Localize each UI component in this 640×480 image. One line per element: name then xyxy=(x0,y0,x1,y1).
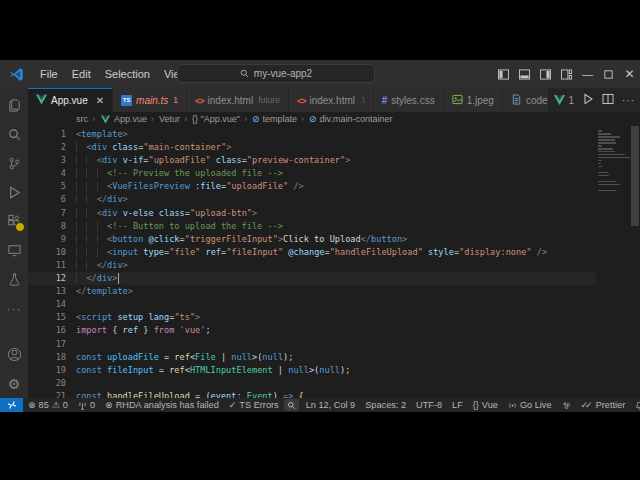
code-line[interactable]: 19const fileInput = ref<HTMLInputElement… xyxy=(28,364,596,377)
code-line[interactable]: 16import { ref } from 'vue'; xyxy=(28,324,596,337)
search-icon xyxy=(7,127,22,142)
symbol-icon: ⊘ xyxy=(309,114,317,124)
tab-index-html[interactable]: <>index.html.\ xyxy=(289,88,374,112)
minimize-button[interactable]: — xyxy=(577,60,598,88)
run-debug-button[interactable] xyxy=(0,178,28,207)
remote-explorer-icon xyxy=(7,243,22,258)
tab-main-ts[interactable]: TSmain.ts1 xyxy=(113,88,187,112)
toggle-primary-sidebar-icon[interactable] xyxy=(493,60,514,88)
status-problems[interactable]: ⊗85⚠0 xyxy=(23,400,73,410)
settings-button[interactable]: ⚙ xyxy=(0,369,28,398)
status-prettier[interactable]: ✓✓Prettier xyxy=(576,400,631,410)
txt-file-icon xyxy=(511,94,522,107)
code-line[interactable]: 13</template> xyxy=(28,285,596,298)
source-control-button[interactable] xyxy=(0,149,28,178)
line-number: 13 xyxy=(28,285,76,298)
code-line[interactable]: 10 <input type="file" ref="fileInput" @c… xyxy=(28,246,596,259)
breadcrumb-item[interactable]: ›Vetur xyxy=(149,114,180,124)
line-number: 14 xyxy=(28,298,76,311)
line-number: 5 xyxy=(28,180,76,193)
breadcrumb-item[interactable]: ›{} "App.vue" xyxy=(182,114,240,124)
error-icon: ⊗ xyxy=(28,401,36,410)
code-line[interactable]: 12 </div> xyxy=(28,272,596,285)
status-notifications[interactable] xyxy=(630,401,640,410)
split-editor-icon[interactable] xyxy=(602,93,614,107)
status-rhda[interactable]: ⊗RHDA analysis has failed xyxy=(100,400,224,410)
line-number: 2 xyxy=(28,141,76,154)
testing-button[interactable] xyxy=(0,265,28,294)
code-line[interactable]: 9 <button @click="triggerFileInput">Clic… xyxy=(28,233,596,246)
code-line[interactable]: 7 <div v-else class="upload-btn"> xyxy=(28,207,596,220)
customize-layout-icon[interactable] xyxy=(556,60,577,88)
extensions-button[interactable] xyxy=(0,207,28,236)
breadcrumb-item[interactable]: src xyxy=(76,114,88,124)
code-line[interactable]: 3 <div v-if="uploadFile" class="preview-… xyxy=(28,154,596,167)
minimap[interactable] xyxy=(598,130,630,193)
menu-file[interactable]: File xyxy=(33,68,65,80)
search-button[interactable] xyxy=(0,120,28,149)
status-cursor-position[interactable]: Ln 12, Col 9 xyxy=(301,400,361,410)
status-extension-cluster[interactable] xyxy=(557,401,576,410)
code-line[interactable]: 17 xyxy=(28,338,596,351)
status-indentation[interactable]: Spaces: 2 xyxy=(360,400,411,410)
breadcrumb-item[interactable]: ›⊘template xyxy=(242,114,297,124)
code-line[interactable]: 8 <!-- Button to upload the file --> xyxy=(28,220,596,233)
code-editor[interactable]: 1<template>2 <div class="main-container"… xyxy=(28,126,640,398)
code-line[interactable]: 1<template> xyxy=(28,128,596,141)
menu-selection[interactable]: Selection xyxy=(98,68,157,80)
toggle-panel-icon[interactable] xyxy=(514,60,535,88)
status-language-mode[interactable]: {}Vue xyxy=(468,400,503,410)
menu-edit[interactable]: Edit xyxy=(65,68,98,80)
broadcast-icon xyxy=(508,401,517,410)
breadcrumb: src›App.vue›Vetur›{} "App.vue"›⊘template… xyxy=(28,112,640,126)
status-ts-errors[interactable]: ✓TS Errors xyxy=(224,400,284,410)
status-eol[interactable]: LF xyxy=(447,400,468,410)
remote-explorer-button[interactable] xyxy=(0,236,28,265)
close-button[interactable]: ✕ xyxy=(619,60,640,88)
command-center-search[interactable]: my-vue-app2 xyxy=(177,64,375,83)
code-line[interactable]: 15<script setup lang="ts"> xyxy=(28,311,596,324)
run-icon[interactable] xyxy=(582,93,594,107)
scrollbar-thumb[interactable] xyxy=(631,126,639,226)
code-line[interactable]: 18const uploadFile = ref<File | null>(nu… xyxy=(28,351,596,364)
toggle-secondary-sidebar-icon[interactable] xyxy=(535,60,556,88)
tab-index-html[interactable]: <>index.htmlfuture xyxy=(187,88,289,112)
maximize-button[interactable] xyxy=(598,60,619,88)
vue-icon[interactable] xyxy=(554,95,565,106)
source-control-icon xyxy=(7,156,22,171)
status-magnify[interactable] xyxy=(284,399,299,411)
code-line[interactable]: 11 </div> xyxy=(28,259,596,272)
tab-1-jpeg[interactable]: 1.jpeg xyxy=(444,88,503,112)
code-line[interactable]: 20 xyxy=(28,377,596,390)
status-encoding[interactable]: UTF-8 xyxy=(411,400,447,410)
vue-icon xyxy=(100,114,111,125)
scrollbar[interactable] xyxy=(630,126,640,398)
editor-actions: 1 ··· xyxy=(548,88,635,112)
more-views-button[interactable]: ··· xyxy=(0,294,28,323)
code-line[interactable]: 4 <!-- Preview the uploaded file --> xyxy=(28,167,596,180)
vscode-logo-icon xyxy=(9,67,24,82)
tab-styles-css[interactable]: #styles.css xyxy=(374,88,444,112)
bell-icon xyxy=(635,401,640,410)
vscode-window: FileEditSelectionView··· ← → my-vue-app2… xyxy=(0,60,640,412)
more-actions-icon[interactable]: ··· xyxy=(622,95,635,106)
status-ports[interactable]: 0 xyxy=(73,400,100,410)
breadcrumb-item[interactable]: ›⊘div.main-container xyxy=(299,114,392,124)
title-bar: FileEditSelectionView··· ← → my-vue-app2… xyxy=(0,60,640,88)
code-line[interactable]: 6 </div> xyxy=(28,193,596,206)
code-line[interactable]: 5 <VueFilesPreview :file="uploadFile" /> xyxy=(28,180,596,193)
accounts-button[interactable] xyxy=(0,340,28,369)
remote-indicator[interactable] xyxy=(0,398,23,412)
explorer-button[interactable] xyxy=(0,91,28,120)
testing-icon xyxy=(7,272,22,287)
double-check-icon: ✓✓ xyxy=(581,401,593,410)
code-line[interactable]: 14 xyxy=(28,298,596,311)
breadcrumb-item[interactable]: ›App.vue xyxy=(90,114,147,125)
code-line[interactable]: 2 <div class="main-container"> xyxy=(28,141,596,154)
line-number: 1 xyxy=(28,128,76,141)
tab-app-vue[interactable]: App.vue✕ xyxy=(28,88,113,112)
line-number: 11 xyxy=(28,259,76,272)
status-go-live[interactable]: Go Live xyxy=(503,400,557,410)
code-line[interactable]: 21const handleFileUpload = (event: Event… xyxy=(28,390,596,398)
close-icon[interactable]: ✕ xyxy=(96,95,104,106)
